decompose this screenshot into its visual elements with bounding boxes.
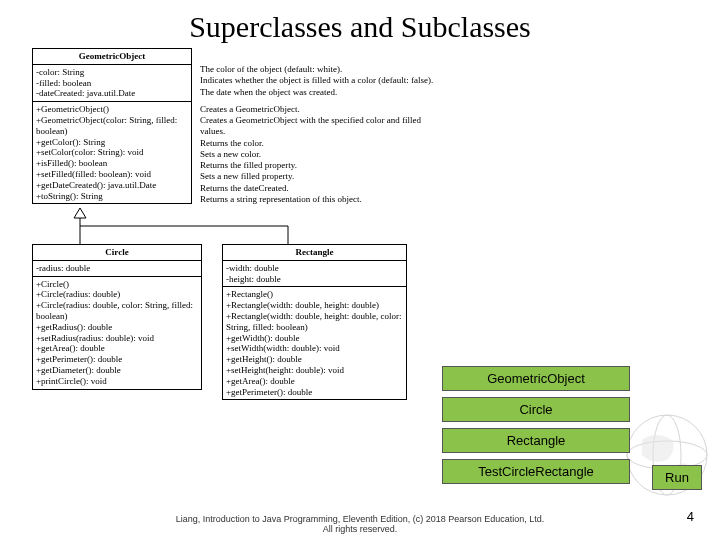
- uml-circle: Circle -radius: double +Circle() +Circle…: [32, 244, 202, 390]
- run-button[interactable]: Run: [652, 465, 702, 490]
- uml-rectangle: Rectangle -width: double -height: double…: [222, 244, 407, 400]
- uml-ops: +Rectangle() +Rectangle(width: double, h…: [223, 287, 406, 399]
- inheritance-arrows: [32, 206, 352, 246]
- svg-marker-0: [74, 208, 86, 218]
- uml-ops: +Circle() +Circle(radius: double) +Circl…: [33, 277, 201, 389]
- circle-button[interactable]: Circle: [442, 397, 630, 422]
- uml-header: GeometricObject: [33, 49, 191, 65]
- uml-geometricobject: GeometricObject -color: String -filled: …: [32, 48, 192, 204]
- rectangle-button[interactable]: Rectangle: [442, 428, 630, 453]
- uml-attrs: -color: String -filled: boolean -dateCre…: [33, 65, 191, 102]
- testcirclerectangle-button[interactable]: TestCircleRectangle: [442, 459, 630, 484]
- uml-ops: +GeometricObject() +GeometricObject(colo…: [33, 102, 191, 203]
- link-buttons: GeometricObject Circle Rectangle TestCir…: [442, 366, 630, 490]
- uml-header: Rectangle: [223, 245, 406, 261]
- uml-notes: The color of the object (default: white)…: [200, 64, 433, 205]
- page-title: Superclasses and Subclasses: [0, 0, 720, 44]
- geometricobject-button[interactable]: GeometricObject: [442, 366, 630, 391]
- footer-copyright: Liang, Introduction to Java Programming,…: [0, 514, 720, 534]
- uml-attrs: -width: double -height: double: [223, 261, 406, 288]
- uml-header: Circle: [33, 245, 201, 261]
- uml-attrs: -radius: double: [33, 261, 201, 277]
